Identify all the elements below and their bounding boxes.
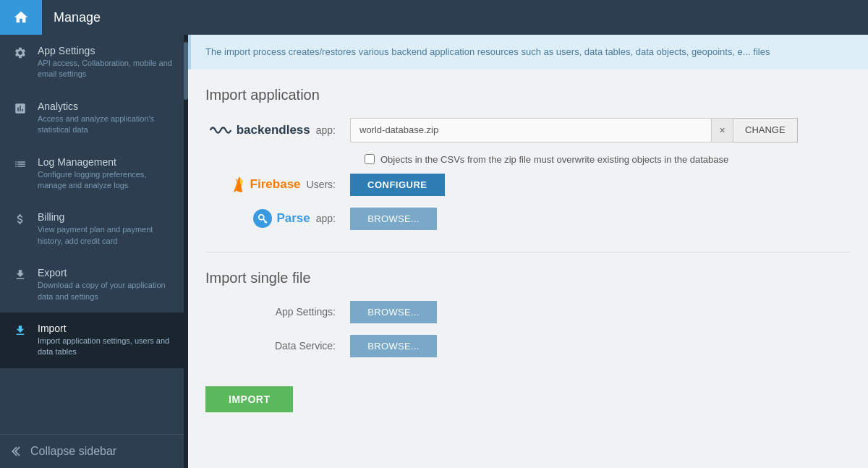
parse-row: Parse app: BROWSE... [205,208,851,230]
sidebar-item-app-settings[interactable]: App Settings API access, Collaboration, … [0,35,188,90]
page-title: Manage [42,10,101,25]
import-content: Import Import application settings, user… [38,323,176,358]
backendless-row: backendless app: world-database.zip × CH… [205,118,851,142]
sidebar-item-log-management[interactable]: Log Management Configure logging prefere… [0,146,188,202]
parse-text: Parse [276,211,310,226]
app-settings-desc: API access, Collaboration, mobile and em… [38,58,176,80]
import-application-section: Import application backendless app: worl… [205,87,851,230]
backendless-logo: backendless app: [208,123,336,137]
gear-icon [12,46,29,59]
sidebar-item-analytics[interactable]: Analytics Access and analyze application… [0,90,188,146]
data-service-text: Data Service: [275,340,336,352]
log-management-content: Log Management Configure logging prefere… [38,156,176,192]
firebase-flame-icon [230,174,246,195]
import-icon [12,324,29,337]
section-divider [205,252,851,252]
info-banner: The import process creates/restores vari… [188,35,868,69]
app-settings-row: App Settings: BROWSE... [205,301,851,323]
top-bar: Manage [0,0,868,35]
backendless-text: backendless [237,123,310,137]
import-button[interactable]: IMPORT [205,386,293,412]
billing-title: Billing [38,211,176,223]
clear-icon: × [719,124,725,136]
import-single-file-title: Import single file [205,270,851,286]
analytics-content: Analytics Access and analyze application… [38,101,176,136]
svg-point-0 [259,215,264,220]
backendless-label: backendless app: [205,123,350,137]
analytics-title: Analytics [38,101,176,112]
data-service-label: Data Service: [205,340,350,352]
chart-icon [12,102,29,115]
import-application-title: Import application [205,87,851,103]
app-settings-title: App Settings [38,45,176,56]
firebase-users-label: Users: [307,179,336,190]
home-button[interactable] [0,0,42,35]
log-management-title: Log Management [38,156,176,168]
collapse-sidebar-label: Collapse sidebar [30,445,116,458]
log-management-desc: Configure logging preferences, manage an… [38,169,176,192]
backendless-change-button[interactable]: CHANGE [733,118,798,142]
parse-app-label: app: [316,213,336,224]
parse-logo: Parse app: [253,209,336,228]
backendless-file-group: world-database.zip × CHANGE [350,118,798,142]
export-content: Export Download a copy of your applicati… [38,267,176,302]
sidebar-item-import[interactable]: Import Import application settings, user… [0,312,188,368]
import-title: Import [38,323,176,334]
content-area: Import application backendless app: worl… [188,69,868,430]
app-settings-text: App Settings: [276,306,336,318]
collapse-sidebar-button[interactable]: Collapse sidebar [0,434,188,468]
overwrite-checkbox-row: Objects in the CSVs from the zip file mu… [350,154,851,165]
import-single-file-section: Import single file App Settings: BROWSE.… [205,270,851,357]
backendless-clear-button[interactable]: × [712,118,733,142]
analytics-desc: Access and analyze application's statist… [38,114,176,136]
firebase-row: Firebase Users: CONFIGURE [205,174,851,196]
backendless-wave-icon [208,123,234,137]
firebase-logo: Firebase Users: [230,174,336,195]
data-service-browse-button[interactable]: BROWSE... [350,335,437,357]
sidebar-scrollbar[interactable] [184,35,188,468]
data-service-row: Data Service: BROWSE... [205,335,851,357]
sidebar: App Settings API access, Collaboration, … [0,0,188,468]
parse-key-icon [258,213,268,224]
list-icon [12,158,29,171]
sidebar-item-export[interactable]: Export Download a copy of your applicati… [0,257,188,312]
export-desc: Download a copy of your application data… [38,280,176,302]
change-label: CHANGE [745,124,786,135]
billing-content: Billing View payment plan and payment hi… [38,211,176,247]
backendless-file-input[interactable]: world-database.zip [350,118,712,142]
app-settings-content: App Settings API access, Collaboration, … [38,45,176,80]
parse-browse-button[interactable]: BROWSE... [350,208,437,230]
firebase-label: Firebase Users: [205,174,350,195]
info-banner-text: The import process creates/restores vari… [205,46,770,57]
import-desc: Import application settings, users and d… [38,336,176,358]
app-settings-label: App Settings: [205,306,350,318]
backendless-file-value: world-database.zip [359,124,438,135]
billing-desc: View payment plan and payment history, a… [38,224,176,247]
parse-label: Parse app: [205,209,350,228]
app-settings-browse-button[interactable]: BROWSE... [350,301,437,323]
sidebar-item-billing[interactable]: Billing View payment plan and payment hi… [0,201,188,257]
dollar-icon [12,213,29,226]
sidebar-scrollbar-thumb [184,42,188,100]
main-content: The import process creates/restores vari… [188,0,868,468]
backendless-app-label: app: [316,124,336,136]
overwrite-checkbox[interactable] [365,154,375,164]
export-icon [12,268,29,281]
export-title: Export [38,267,176,278]
overwrite-label: Objects in the CSVs from the zip file mu… [380,154,728,165]
configure-button[interactable]: CONFIGURE [350,174,445,196]
parse-circle-icon [253,209,272,228]
firebase-text: Firebase [250,177,301,192]
collapse-icon [12,446,23,457]
